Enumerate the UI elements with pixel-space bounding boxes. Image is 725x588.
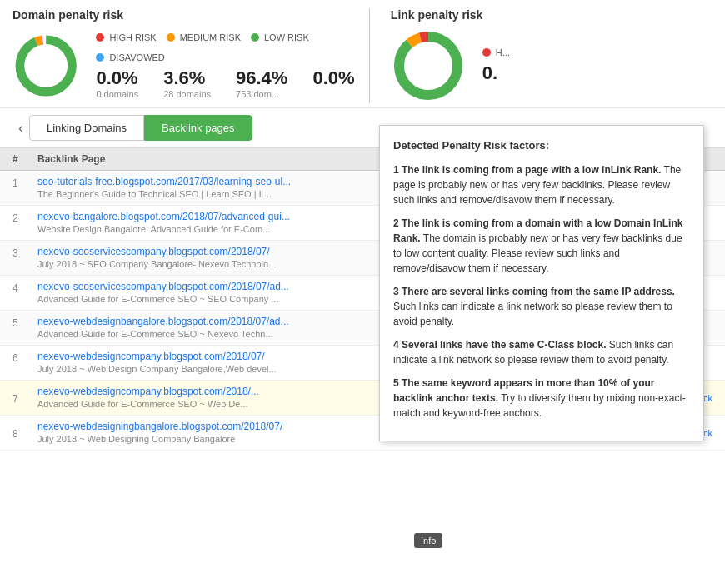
high-risk-label: HIGH RISK xyxy=(109,32,156,42)
legend-low-risk: LOW RISK xyxy=(251,32,309,42)
high-risk-dot xyxy=(96,33,104,42)
row-num-8: 8 xyxy=(12,426,38,440)
link-legend-h: H... xyxy=(482,47,510,57)
legend-disavowed: DISAVOWED xyxy=(96,52,164,62)
low-risk-dot xyxy=(251,33,259,42)
stat-medium-pct: 3.6% xyxy=(163,67,205,89)
tooltip-item-4: 4 Several links have the same C-Class bl… xyxy=(393,337,690,367)
stat-high-pct: 0.0% xyxy=(96,67,138,89)
tooltip-item-5: 5 The same keyword appears in more than … xyxy=(393,376,690,421)
domain-stats-row: 0.0% 0 domains 3.6% 28 domains 96.4% 753… xyxy=(96,67,356,99)
stat-low-label: 753 dom... xyxy=(236,89,279,99)
stat-low-pct: 96.4% xyxy=(236,67,288,89)
row-link-4[interactable]: nexevo-seoservicescompany.blogspot.com/2… xyxy=(38,281,371,292)
domain-legend-stats: HIGH RISK MEDIUM RISK LOW RISK DISAVOWED xyxy=(96,32,356,99)
svg-point-0 xyxy=(20,40,72,92)
stat-high-label: 0 domains xyxy=(96,89,138,99)
tooltip-item-3: 3 There are several links coming from th… xyxy=(393,284,690,329)
disavowed-label: DISAVOWED xyxy=(109,52,164,62)
section-divider xyxy=(369,8,370,103)
tab-backlink-pages[interactable]: Backlink pages xyxy=(144,115,252,141)
row-desc-5: Advanced Guide for E-Commerce SEO ~ Nexe… xyxy=(38,329,273,339)
row-num-2: 2 xyxy=(12,211,38,224)
row-num-7: 7 xyxy=(12,391,38,405)
medium-risk-dot xyxy=(167,33,175,42)
link-stat-1: 0. xyxy=(482,62,498,84)
domain-donut-chart xyxy=(12,28,79,103)
row-num-4: 4 xyxy=(12,281,38,294)
tooltip-title: Detected Penalty Risk factors: xyxy=(393,137,690,154)
link-donut-chart xyxy=(391,28,466,103)
row-link-3[interactable]: nexevo-seoservicescompany.blogspot.com/2… xyxy=(38,246,371,257)
tooltip-bold-1: The link is coming from a page with a lo… xyxy=(402,164,661,176)
row-num-5: 5 xyxy=(12,316,38,329)
svg-point-3 xyxy=(399,37,458,95)
top-section: Domain penalty risk HIGH RISK MEDIUM RI xyxy=(0,0,725,108)
tooltip-num-1: 1 xyxy=(393,164,399,176)
link-donut-area: H... 0. xyxy=(391,28,510,103)
tooltip-bold-3: There are several links coming from the … xyxy=(402,286,675,297)
link-penalty-section: Link penalty risk H... xyxy=(382,8,712,103)
stat-disavowed-pct: 0.0% xyxy=(312,67,354,89)
row-link-8[interactable]: nexevo-webdesigningbangalore.blogspot.co… xyxy=(38,421,371,432)
tooltip-text-3: Such links can indicate a link network s… xyxy=(393,301,672,327)
row-link-5[interactable]: nexevo-webdesignbangalore.blogspot.com/2… xyxy=(38,316,371,327)
row-desc-4: Advanced Guide for E-Commerce SEO ~ SEO … xyxy=(38,294,278,304)
col-header-num: # xyxy=(12,153,38,165)
tooltip-popup: Detected Penalty Risk factors: 1 The lin… xyxy=(379,125,704,441)
tooltip-bold-4: Several links have the same C-Class bloc… xyxy=(402,339,606,351)
stat-high: 0.0% 0 domains xyxy=(96,67,138,99)
stat-medium: 3.6% 28 domains xyxy=(163,67,211,99)
link-penalty-content: Link penalty risk H... xyxy=(391,8,510,103)
row-link-1[interactable]: seo-tutorials-free.blogspot.com/2017/03/… xyxy=(38,176,371,187)
domain-penalty-title: Domain penalty risk xyxy=(12,8,357,22)
tooltip-item-1: 1 The link is coming from a page with a … xyxy=(393,162,690,207)
stat-medium-label: 28 domains xyxy=(163,89,211,99)
row-link-7[interactable]: nexevo-webdesigncompany.blogspot.com/201… xyxy=(38,386,371,397)
medium-risk-label: MEDIUM RISK xyxy=(180,32,241,42)
tooltip-text-2: The domain is probably new or has very f… xyxy=(393,232,682,274)
row-desc-3: July 2018 ~ SEO Company Bangalore- Nexev… xyxy=(38,259,276,269)
nav-prev-arrow[interactable]: ‹ xyxy=(12,116,29,141)
row-link-6[interactable]: nexevo-webdesigncompany.blogspot.com/201… xyxy=(38,351,371,362)
stat-low: 96.4% 753 dom... xyxy=(236,67,288,99)
domain-donut-area: HIGH RISK MEDIUM RISK LOW RISK DISAVOWED xyxy=(12,28,357,103)
row-desc-7: Advanced Guide for E-Commerce SEO ~ Web … xyxy=(38,399,248,409)
tooltip-num-4: 4 xyxy=(393,339,399,351)
tooltip-num-5: 5 xyxy=(393,377,399,389)
row-desc-2: Website Design Bangalore: Advanced Guide… xyxy=(38,224,270,234)
link-high-dot xyxy=(482,48,491,57)
row-num-6: 6 xyxy=(12,351,38,364)
low-risk-label: LOW RISK xyxy=(264,32,309,42)
link-penalty-title: Link penalty risk xyxy=(391,8,510,22)
tooltip-num-2: 2 xyxy=(393,217,399,229)
row-link-2[interactable]: nexevo-bangalore.blogspot.com/2018/07/ad… xyxy=(38,211,371,222)
legend-high-risk: HIGH RISK xyxy=(96,32,156,42)
domain-penalty-section: Domain penalty risk HIGH RISK MEDIUM RI xyxy=(12,8,357,103)
row-desc-1: The Beginner's Guide to Technical SEO | … xyxy=(38,189,272,199)
info-tooltip-label: Info xyxy=(414,533,442,548)
legend-medium-risk: MEDIUM RISK xyxy=(167,32,241,42)
link-stat-row: 0. xyxy=(482,62,510,84)
stat-disavowed: 0.0% xyxy=(312,67,354,99)
disavowed-dot xyxy=(96,53,104,62)
tooltip-num-3: 3 xyxy=(393,286,399,297)
link-stat-pct: 0. xyxy=(482,62,498,84)
link-high-label: H... xyxy=(496,47,510,57)
row-num-1: 1 xyxy=(12,176,38,189)
link-stats: H... 0. xyxy=(482,47,510,84)
row-num-3: 3 xyxy=(12,246,38,259)
row-desc-8: July 2018 ~ Web Designing Company Bangal… xyxy=(38,434,235,444)
tooltip-item-2: 2 The link is coming from a domain with … xyxy=(393,216,690,276)
row-desc-6: July 2018 ~ Web Design Company Bangalore… xyxy=(38,364,277,374)
tab-linking-domains[interactable]: Linking Domains xyxy=(29,115,144,141)
